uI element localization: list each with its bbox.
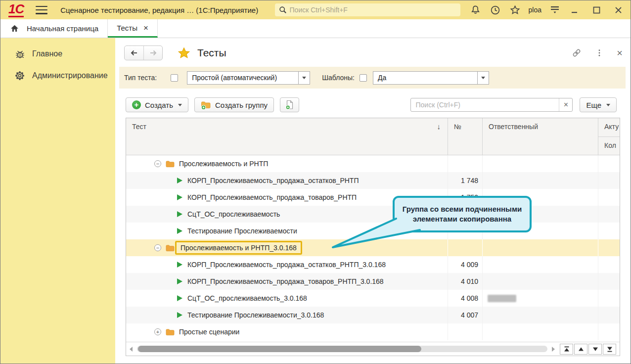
table-row[interactable]: СцТ_ОС_прослеживаемость_3.0.1684 008 [126, 290, 620, 307]
cell-responsible[interactable] [483, 307, 598, 323]
dropdown-arrow-icon[interactable] [298, 72, 310, 84]
table-row[interactable]: КОРП_Прослеживаемость_продажа_товаров_РН… [126, 189, 620, 206]
table-row[interactable]: КОРП_Прослеживаемость_продажа_остатков_Р… [126, 172, 620, 189]
cell-number[interactable]: 1 748 [448, 172, 483, 189]
cell-test[interactable]: −Прослеживаемость и РНТП_3.0.168 [126, 239, 448, 256]
cell-number[interactable]: 4 007 [448, 307, 483, 323]
dropdown-arrow-icon[interactable] [477, 72, 489, 84]
history-icon[interactable] [489, 3, 502, 16]
cell-clipped[interactable] [598, 172, 620, 189]
go-last-row-button[interactable] [603, 344, 616, 355]
tab-close-icon[interactable]: × [143, 24, 148, 32]
cell-clipped[interactable] [598, 307, 620, 323]
sort-desc-icon[interactable]: ↓ [437, 122, 441, 131]
close-form-icon[interactable]: × [617, 48, 623, 58]
create-group-button[interactable]: Создать группу [194, 97, 274, 112]
cell-test[interactable]: СцТ_ОС_прослеживаемость_3.0.168 [126, 290, 448, 307]
clear-search-icon[interactable]: × [559, 98, 572, 111]
table-row[interactable]: Тестирование Прослеживаемости [126, 223, 620, 239]
cell-responsible[interactable] [483, 172, 598, 189]
test-type-checkbox[interactable] [171, 74, 178, 82]
cell-responsible[interactable] [483, 155, 598, 172]
link-icon[interactable] [571, 47, 582, 58]
cell-test[interactable]: КОРП_Прослеживаемость_продажа_товаров_РН… [126, 273, 448, 290]
column-header-test[interactable]: Тест ↓ [126, 118, 448, 155]
maximize-icon[interactable] [590, 3, 603, 16]
current-user[interactable]: ploa [529, 6, 541, 14]
cell-responsible[interactable] [483, 273, 598, 290]
column-header-kol[interactable]: Кол [598, 136, 620, 155]
expand-toggle-icon[interactable]: + [154, 328, 161, 335]
cell-clipped[interactable] [598, 256, 620, 273]
back-button[interactable] [125, 46, 143, 60]
cell-test[interactable]: +Простые сценарии [126, 323, 448, 340]
cell-clipped[interactable] [598, 290, 620, 307]
test-type-combobox[interactable]: Простой (автоматический) [187, 71, 310, 85]
table-row[interactable]: −Прослеживаемость и РНТП [126, 155, 620, 172]
table-row[interactable]: СцТ_ОС_прослеживаемость [126, 206, 620, 223]
more-button[interactable]: Еще [580, 97, 617, 112]
sidebar-item-administration[interactable]: Администрирование [0, 65, 115, 87]
cell-number[interactable] [448, 155, 483, 172]
table-row[interactable]: КОРП_Прослеживаемость_продажа_товаров_РН… [126, 273, 620, 290]
cell-clipped[interactable] [598, 239, 620, 256]
cell-clipped[interactable] [598, 189, 620, 206]
sidebar-item-main[interactable]: Главное [0, 43, 115, 65]
cell-test[interactable]: −Прослеживаемость и РНТП [126, 155, 448, 172]
row-down-button[interactable] [588, 344, 602, 355]
column-header-responsible[interactable]: Ответственный [483, 118, 598, 155]
cell-number[interactable]: 4 010 [448, 273, 483, 290]
scroll-left-icon[interactable] [130, 347, 133, 352]
kebab-menu-icon[interactable] [595, 48, 604, 57]
cell-responsible[interactable] [483, 256, 598, 273]
cell-test[interactable]: КОРП_Прослеживаемость_продажа_остатков_Р… [126, 256, 448, 273]
row-up-button[interactable] [574, 344, 587, 355]
tab-tests[interactable]: Тесты × [108, 19, 158, 38]
column-header-clipped[interactable]: Акту Кол [598, 118, 620, 155]
list-search-input[interactable] [411, 98, 559, 111]
cell-number[interactable]: 4 008 [448, 290, 483, 307]
forward-button[interactable] [143, 46, 162, 60]
table-row[interactable]: Тестирование Прослеживаемости_3.0.1684 0… [126, 307, 620, 323]
service-menu-icon[interactable] [548, 3, 561, 16]
cell-number[interactable] [448, 239, 483, 256]
scrollbar-thumb[interactable] [138, 346, 421, 352]
go-first-row-button[interactable] [560, 344, 573, 355]
cell-clipped[interactable] [598, 323, 620, 340]
collapse-toggle-icon[interactable]: − [154, 244, 161, 251]
scroll-right-icon[interactable] [552, 347, 555, 352]
cell-test[interactable]: КОРП_Прослеживаемость_продажа_остатков_Р… [126, 172, 448, 189]
global-search-box[interactable] [275, 3, 460, 16]
cell-responsible[interactable] [483, 239, 598, 256]
1c-logo-icon[interactable]: 1С [8, 2, 24, 17]
cell-responsible[interactable] [483, 323, 598, 340]
favorites-star-icon[interactable] [509, 3, 522, 16]
cell-clipped[interactable] [598, 223, 620, 239]
column-header-number[interactable]: № [448, 118, 483, 155]
collapse-toggle-icon[interactable]: − [154, 160, 161, 167]
create-button[interactable]: + Создать [126, 97, 188, 112]
table-row[interactable]: +Простые сценарии [126, 323, 620, 340]
main-menu-icon[interactable] [36, 6, 47, 14]
cell-number[interactable] [448, 323, 483, 340]
notifications-bell-icon[interactable] [469, 3, 482, 16]
cell-clipped[interactable] [598, 273, 620, 290]
cell-test[interactable]: Тестирование Прослеживаемости_3.0.168 [126, 307, 448, 323]
cell-number[interactable]: 4 009 [448, 256, 483, 273]
close-window-icon[interactable] [612, 3, 625, 16]
minimize-icon[interactable] [568, 3, 581, 16]
table-row[interactable]: −Прослеживаемость и РНТП_3.0.168 [126, 239, 620, 256]
create-by-copy-button[interactable] [280, 97, 299, 112]
column-header-aktu[interactable]: Акту [598, 118, 620, 136]
tab-home[interactable]: Начальная страница [0, 19, 108, 38]
cell-responsible[interactable] [483, 290, 598, 307]
cell-clipped[interactable] [598, 155, 620, 172]
table-row[interactable]: КОРП_Прослеживаемость_продажа_остатков_Р… [126, 256, 620, 273]
templates-checkbox[interactable] [360, 74, 367, 82]
scrollbar-track[interactable] [137, 346, 547, 352]
favorite-star-icon[interactable] [178, 46, 190, 59]
list-search-box[interactable]: × [410, 98, 573, 112]
global-search-input[interactable] [290, 6, 456, 14]
cell-clipped[interactable] [598, 206, 620, 223]
templates-combobox[interactable]: Да [373, 71, 489, 85]
